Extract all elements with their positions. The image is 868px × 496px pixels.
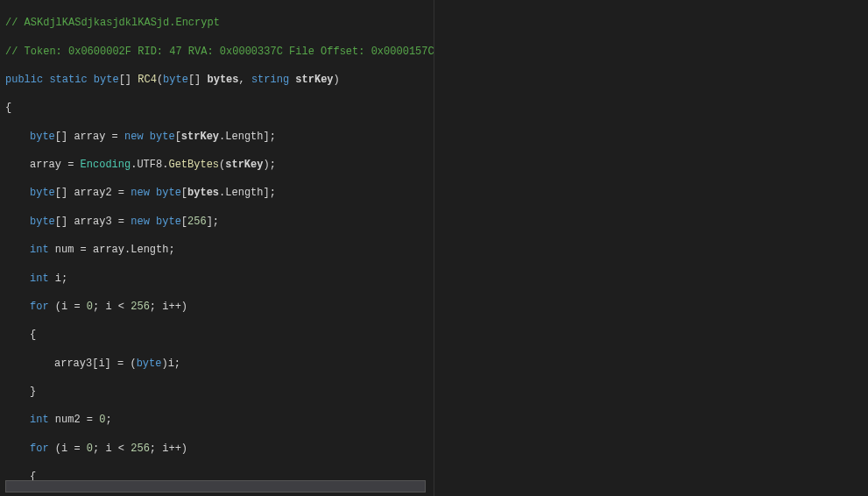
- brace: {: [5, 328, 428, 342]
- code-line: byte[] array = new byte[strKey.Length];: [5, 130, 428, 144]
- horizontal-scrollbar[interactable]: [5, 480, 426, 492]
- code-line: int num = array.Length;: [5, 243, 428, 257]
- brace: }: [5, 385, 428, 399]
- comment-line: // ASKdjlKASdjkasjdklKASjd.Encrypt: [5, 16, 428, 30]
- left-code-pane[interactable]: // ASKdjlKASdjkasjdklKASjd.Encrypt // To…: [0, 0, 434, 496]
- code-line: array3[i] = (byte)i;: [5, 357, 428, 371]
- code-line: array = Encoding.UTF8.GetBytes(strKey);: [5, 158, 428, 172]
- code-line: byte[] array3 = new byte[256];: [5, 215, 428, 229]
- method-signature: public static byte[] RC4(byte[] bytes, s…: [5, 73, 428, 87]
- code-line: byte[] array2 = new byte[bytes.Length];: [5, 186, 428, 200]
- code-line: int i;: [5, 272, 428, 286]
- code-line: for (i = 0; i < 256; i++): [5, 300, 428, 314]
- code-line: for (i = 0; i < 256; i++): [5, 442, 428, 456]
- brace: {: [5, 101, 428, 115]
- code-line: int num2 = 0;: [5, 413, 428, 427]
- comment-line: // Token: 0x0600002F RID: 47 RVA: 0x0000…: [5, 45, 428, 59]
